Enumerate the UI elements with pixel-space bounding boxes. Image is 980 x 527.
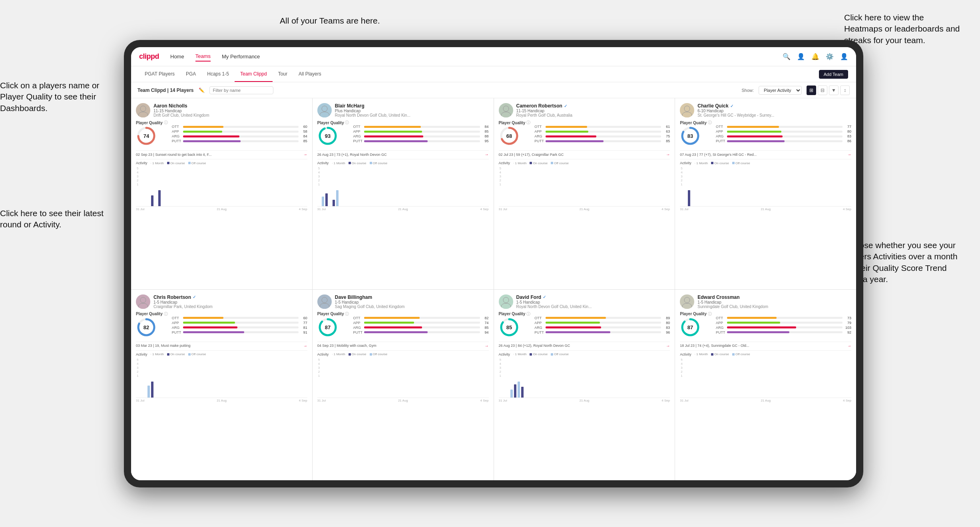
activity-section: Activity · 1 Month On course Off course …: [136, 159, 307, 211]
view-grid-icon[interactable]: ⊞: [807, 86, 816, 95]
latest-round[interactable]: 02 Sep 23 | Sunset round to get back int…: [136, 150, 307, 157]
view-list-icon[interactable]: ⊟: [818, 86, 827, 95]
chart-bar-empty: [329, 397, 331, 398]
show-dropdown[interactable]: Player Activity: [759, 86, 802, 95]
activity-period[interactable]: · 1 Month: [332, 352, 345, 356]
avatar-icon[interactable]: 👤: [840, 53, 848, 60]
player-name[interactable]: David Ford ✓: [516, 294, 670, 300]
player-name[interactable]: Cameron Robertson ✓: [516, 103, 670, 109]
latest-round[interactable]: 03 Mar 23 | 19, Must make putting →: [136, 342, 307, 348]
latest-round[interactable]: 07 Aug 23 | 77 (+7), St George's Hill GC…: [680, 150, 851, 157]
round-text: 04 Sep 23 | Mobility with coach, Gym: [317, 344, 376, 348]
user-icon[interactable]: 👤: [797, 53, 805, 60]
nav-item-home[interactable]: Home: [170, 52, 184, 61]
quality-circle[interactable]: 93: [317, 125, 338, 146]
on-course-label: On course: [170, 352, 185, 356]
nav-item-teams[interactable]: Teams: [195, 52, 211, 62]
chart-label-start: 31 Jul: [499, 399, 507, 402]
latest-round[interactable]: 18 Jul 23 | 74 (+4), Sunningdale GC - Ol…: [680, 342, 851, 348]
latest-round[interactable]: 02 Jul 23 | 59 (+17), Craigmillar Park G…: [499, 150, 670, 157]
player-card[interactable]: David Ford ✓ 1-5 Handicap Royal North De…: [494, 290, 675, 481]
activity-period[interactable]: · 1 Month: [332, 161, 345, 165]
activity-period[interactable]: · 1 Month: [151, 352, 164, 356]
player-card[interactable]: Aaron Nicholls 11-15 Handicap Drift Golf…: [131, 98, 312, 289]
player-card[interactable]: Blair McHarg Plus Handicap Royal North D…: [313, 98, 494, 289]
player-card[interactable]: Chris Robertson ✓ 1-5 Handicap Craigmill…: [131, 290, 312, 481]
settings-icon[interactable]: ⚙️: [826, 53, 834, 60]
player-name[interactable]: Aaron Nicholls: [153, 103, 307, 109]
quality-label[interactable]: Player Quality ⓘ: [499, 311, 531, 317]
player-card[interactable]: Dave Billingham 1-5 Handicap Sag Maging …: [313, 290, 494, 481]
quality-circle[interactable]: 83: [680, 125, 701, 146]
app-row: APP 63: [534, 129, 670, 133]
sort-icon[interactable]: ↕: [840, 86, 850, 95]
player-card[interactable]: Charlie Quick ✓ 6-10 Handicap St. George…: [675, 98, 856, 289]
sub-nav-pgat[interactable]: PGAT Players: [139, 66, 180, 82]
quality-label[interactable]: Player Quality ⓘ: [317, 120, 349, 125]
quality-label[interactable]: Player Quality ⓘ: [680, 311, 712, 317]
chart-bar-empty: [318, 397, 321, 398]
quality-section: Player Quality ⓘ 68 OTT 61 APP 63: [499, 120, 670, 148]
off-course-label: Off course: [554, 352, 569, 356]
chart-bar: [322, 197, 324, 206]
latest-round[interactable]: 26 Aug 23 | 84 (+12), Royal North Devon …: [499, 342, 670, 348]
player-name[interactable]: Chris Robertson ✓: [153, 294, 307, 300]
chart-bar-empty: [695, 205, 697, 206]
chart-area: [317, 378, 489, 398]
app-row: APP 79: [716, 321, 851, 325]
player-name[interactable]: Dave Billingham: [335, 294, 489, 300]
activity-period[interactable]: · 1 Month: [695, 352, 708, 356]
quality-circle[interactable]: 68: [499, 125, 520, 146]
svg-point-31: [322, 297, 327, 303]
annotation-latest-round: Click here to see their latest round or …: [0, 208, 120, 231]
latest-round[interactable]: 04 Sep 23 | Mobility with coach, Gym →: [317, 342, 489, 348]
quality-circle[interactable]: 82: [136, 317, 157, 338]
quality-label[interactable]: Player Quality ⓘ: [499, 120, 531, 125]
activity-section: Activity · 1 Month On course Off course …: [499, 159, 670, 211]
nav-item-my-performance[interactable]: My Performance: [222, 52, 260, 61]
putt-row: PUTT 85: [172, 139, 307, 143]
player-grid: Aaron Nicholls 11-15 Handicap Drift Golf…: [131, 98, 856, 480]
player-info: Chris Robertson ✓ 1-5 Handicap Craigmill…: [153, 294, 307, 309]
quality-label[interactable]: Player Quality ⓘ: [680, 120, 712, 125]
on-course-label: On course: [714, 352, 729, 356]
quality-label[interactable]: Player Quality ⓘ: [136, 120, 168, 125]
activity-period[interactable]: · 1 Month: [695, 161, 708, 165]
quality-circle[interactable]: 87: [680, 317, 701, 338]
sub-nav-all-players[interactable]: All Players: [293, 66, 327, 82]
sub-nav-hcaps[interactable]: Hcaps 1-5: [201, 66, 235, 82]
on-course-legend: On course: [711, 161, 729, 165]
activity-period[interactable]: · 1 Month: [513, 161, 526, 165]
activity-period[interactable]: · 1 Month: [151, 161, 164, 165]
quality-label[interactable]: Player Quality ⓘ: [317, 311, 349, 317]
off-course-legend: Off course: [732, 161, 750, 165]
avatar: [680, 294, 694, 309]
sub-nav-tour[interactable]: Tour: [273, 66, 293, 82]
sub-nav-team-clippd[interactable]: Team Clippd: [235, 66, 273, 82]
show-label: Show:: [741, 88, 754, 93]
player-name[interactable]: Charlie Quick ✓: [697, 103, 851, 109]
quality-circle[interactable]: 74: [136, 125, 157, 146]
player-card[interactable]: Cameron Robertson ✓ 11-15 Handicap Royal…: [494, 98, 675, 289]
chart-bar-empty: [147, 205, 150, 206]
quality-label[interactable]: Player Quality ⓘ: [136, 311, 168, 317]
bell-icon[interactable]: 🔔: [811, 53, 819, 60]
on-course-dot: [530, 353, 532, 356]
activity-section: Activity · 1 Month On course Off course …: [317, 159, 489, 211]
chart-area: [680, 378, 851, 398]
search-icon[interactable]: 🔍: [783, 53, 791, 60]
add-team-button[interactable]: Add Team: [819, 70, 848, 79]
edit-icon[interactable]: ✏️: [199, 88, 205, 93]
search-input[interactable]: [209, 86, 273, 94]
player-name[interactable]: Blair McHarg: [335, 103, 489, 109]
quality-circle[interactable]: 87: [317, 317, 338, 338]
filter-icon[interactable]: ▼: [829, 86, 839, 95]
quality-circle[interactable]: 85: [499, 317, 520, 338]
player-name[interactable]: Edward Crossman: [697, 294, 851, 300]
player-card[interactable]: Edward Crossman 1-5 Handicap Sunningdale…: [675, 290, 856, 481]
on-course-dot: [349, 353, 351, 356]
chart-label-start: 31 Jul: [317, 399, 326, 402]
sub-nav-pga[interactable]: PGA: [180, 66, 201, 82]
latest-round[interactable]: 26 Aug 23 | 73 (+1), Royal North Devon G…: [317, 150, 489, 157]
activity-period[interactable]: · 1 Month: [513, 352, 526, 356]
